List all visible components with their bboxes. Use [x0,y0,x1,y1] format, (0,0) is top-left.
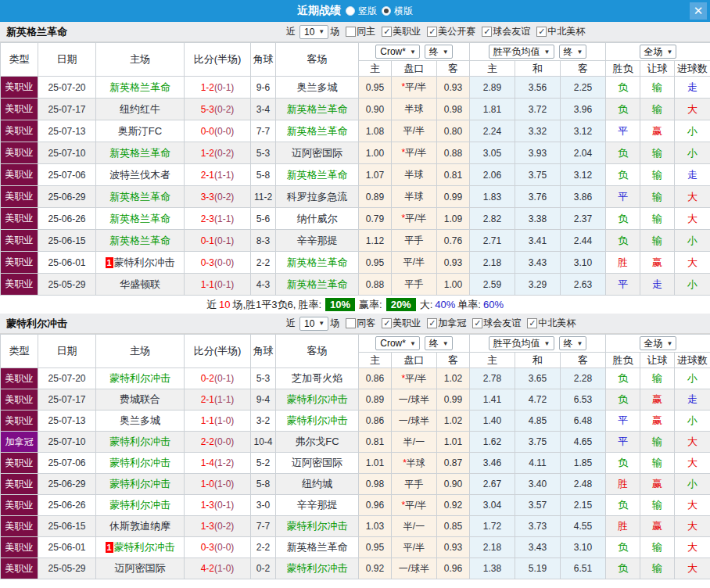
home-team-cell: 蒙特利尔冲击 [96,453,185,474]
result-handicap: 输 [640,453,675,474]
result-wdl: 负 [606,453,640,474]
games-label: 场 [330,317,339,330]
checkbox-icon: ✓ [472,318,482,328]
result-wdl: 负 [606,99,640,120]
chevron-down-icon: ▼ [318,28,325,35]
result-wdl: 负 [606,77,640,99]
filter-same-home[interactable]: ✓同主 [346,25,375,38]
handicap-line-cell: 半/一 [392,516,437,537]
result-handicap: 输 [640,495,675,516]
away-team-cell: 芝加哥火焰 [276,368,359,389]
layout-radio-vertical[interactable]: 竖版 [346,5,377,18]
match-count-select[interactable]: 10▼ [299,25,328,39]
corner-cell: 9-6 [251,77,276,99]
chevron-down-icon: ▼ [410,340,416,347]
mean-away-odds: 2.37 [561,208,606,230]
match-row: 美职业 25-07-13 奥斯汀FC 0-0(0-0) 7-7 新英格兰革命 1… [1,120,710,142]
away-team-cell: 弗尔戈FC [276,432,359,453]
recent-form-table-new-england: 类型 日期 主场 比分(半场) 角球 客场 Crow*▼ 终▼ 胜平负均值▼ 终… [0,42,710,296]
handicap-line-cell: 半/一 [392,432,437,453]
filter-mls[interactable]: ✓美职业 [382,25,421,38]
filter-mls[interactable]: ✓美职业 [382,317,421,330]
chevron-down-icon: ▼ [318,320,325,327]
handicap-away-odds: 1.00 [437,274,470,296]
result-wdl: 平 [606,120,640,142]
final-odds-select[interactable]: 终▼ [425,45,453,59]
match-row: 美职业 25-07-13 奥兰多城 1-1(1-0) 3-2 蒙特利尔冲击 0.… [1,411,710,432]
col-header-mean-draw: 和 [515,61,561,77]
scope-select[interactable]: 全场▼ [640,45,677,59]
handicap-home-odds: 0.89 [359,186,392,208]
mean-home-odds: 1.41 [470,389,515,411]
handicap-away-odds: 0.96 [437,558,470,579]
filter-same-away[interactable]: ✓同客 [346,317,375,330]
mean-away-odds: 3.12 [561,164,606,186]
col-header-mean-home: 主 [470,61,515,77]
handicap-line-cell: 平手 [392,274,437,296]
result-goals: 大 [675,537,710,558]
score-cell: 1-0(1-0) [185,474,251,495]
handicap-line-cell: *平/半 [392,77,437,99]
filter-concacaf-cup[interactable]: ✓中北美杯 [536,25,585,38]
result-handicap: 输 [640,432,675,453]
match-count-select[interactable]: 10▼ [299,317,328,331]
mean-odds-select[interactable]: 胜平负均值▼ [489,45,554,59]
handicap-away-odds: 0.90 [437,474,470,495]
mean-draw-odds: 4.85 [515,411,561,432]
result-goals: 小 [675,142,710,164]
mean-away-odds: 6.48 [561,411,606,432]
bookmaker-select[interactable]: Crow*▼ [375,45,420,59]
date-cell: 25-07-13 [38,120,96,142]
col-header-handicap-result: 让球 [640,353,675,368]
mean-draw-odds: 3.76 [515,186,561,208]
scope-select[interactable]: 全场▼ [640,336,677,350]
col-header-handicap-line: 盘口 [392,61,437,77]
filter-club-friendly[interactable]: ✓球会友谊 [472,317,521,330]
corner-cell: 5-6 [251,208,276,230]
away-team-cell: 新英格兰革命 [276,274,359,296]
handicap-home-odds: 0.92 [359,558,392,579]
bookmaker-select[interactable]: Crow*▼ [375,336,420,350]
filter-concacaf-cup[interactable]: ✓中北美杯 [527,317,576,330]
date-cell: 25-07-20 [38,368,96,389]
league-type-cell: 美职业 [1,389,38,411]
mean-away-odds: 2.25 [561,77,606,99]
col-header-date: 日期 [38,43,96,77]
handicap-away-odds: 0.85 [437,516,470,537]
away-team-cell: 蒙特利尔冲击 [276,516,359,537]
home-team-cell: 1蒙特利尔冲击 [96,537,185,558]
mean-draw-odds: 3.93 [515,142,561,164]
away-team-cell: 蒙特利尔冲击 [276,389,359,411]
home-team-cell: 费城联合 [96,389,185,411]
home-team-cell: 新英格兰革命 [96,142,185,164]
home-team-cell: 新英格兰革命 [96,208,185,230]
mean-home-odds: 1.72 [470,516,515,537]
layout-radio-horizontal[interactable]: 横版 [382,5,413,18]
home-team-cell: 蒙特利尔冲击 [96,432,185,453]
final-mean-select[interactable]: 终▼ [559,45,587,59]
filter-club-friendly[interactable]: ✓球会友谊 [482,25,530,38]
col-header-handicap-away: 客 [437,353,470,368]
result-handicap: 输 [640,142,675,164]
result-handicap: 输 [640,558,675,579]
corner-cell: 9-4 [251,389,276,411]
close-button[interactable]: ✕ [690,2,707,20]
final-odds-select[interactable]: 终▼ [425,336,453,350]
corner-cell: 5-3 [251,142,276,164]
final-mean-select[interactable]: 终▼ [559,336,587,350]
filter-canadian-championship[interactable]: ✓加拿冠 [427,317,466,330]
result-wdl: 负 [606,389,640,411]
mean-odds-select[interactable]: 胜平负均值▼ [489,336,554,350]
mean-draw-odds: 3.75 [515,164,561,186]
league-type-cell: 加拿冠 [1,432,38,453]
filter-us-open-cup[interactable]: ✓美公开赛 [427,25,475,38]
col-header-wdl: 胜负 [606,61,640,77]
handicap-line-cell: *平/半 [392,208,437,230]
handicap-line-cell: *平/半 [392,495,437,516]
date-cell: 25-05-29 [38,274,96,296]
handicap-away-odds: 0.92 [437,495,470,516]
home-team-cell: 奥斯汀FC [96,120,185,142]
col-header-handicap-away: 客 [437,61,470,77]
col-header-type: 类型 [1,335,38,368]
mean-away-odds: 3.96 [561,99,606,120]
